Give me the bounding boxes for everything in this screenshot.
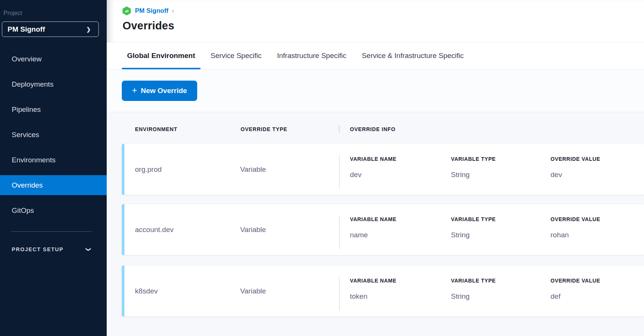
override-value-value: dev (550, 171, 600, 178)
chevron-right-icon: ❯ (86, 26, 91, 33)
project-setup-toggle[interactable]: PROJECT SETUP ❯ (12, 245, 91, 254)
override-value-value: rohan (550, 231, 600, 238)
project-sidebar: Project PM Signoff ❯ Overview Deployment… (0, 0, 107, 336)
row-variable-name-group: VARIABLE NAME dev (350, 156, 396, 178)
sidebar-nav: Overview Deployments Pipelines Services … (0, 49, 107, 226)
row-variable-type-group: VARIABLE TYPE String (451, 156, 496, 178)
tab-service-infrastructure-specific[interactable]: Service & Infrastructure Specific (356, 43, 469, 69)
variable-type-label: VARIABLE TYPE (451, 156, 496, 162)
row-environment: k8sdev (135, 287, 158, 295)
sidebar-item-environments[interactable]: Environments (0, 150, 107, 170)
row-override-value-group: OVERRIDE VALUE dev (550, 156, 600, 178)
sidebar-divider (11, 231, 92, 232)
breadcrumb: ∞ PM Signoff › (123, 6, 644, 15)
variable-type-value: String (451, 231, 496, 238)
variable-type-value: String (451, 171, 496, 178)
main-content: ∞ PM Signoff › Overrides Global Environm… (107, 0, 644, 336)
project-selector-value: PM Signoff (8, 25, 45, 34)
row-variable-name-group: VARIABLE NAME name (350, 217, 396, 238)
row-environment: org.prod (135, 165, 162, 174)
variable-type-label: VARIABLE TYPE (451, 278, 496, 284)
cd-module-icon: ∞ (123, 6, 131, 15)
row-column-divider (339, 215, 340, 249)
row-variable-name-group: VARIABLE NAME token (350, 278, 396, 300)
row-override-type: Variable (240, 226, 266, 234)
new-override-button-label: New Override (141, 87, 187, 95)
breadcrumb-separator-icon: › (172, 7, 174, 15)
row-column-divider (339, 155, 340, 189)
variable-type-value: String (451, 293, 496, 300)
page-title: Overrides (123, 20, 644, 32)
row-accent-bar (122, 266, 124, 316)
new-override-button[interactable]: + New Override (122, 81, 197, 101)
variable-name-label: VARIABLE NAME (350, 156, 396, 162)
override-value-value: def (550, 293, 600, 300)
variable-name-value: name (350, 231, 396, 238)
sidebar-item-overview[interactable]: Overview (0, 49, 107, 69)
project-setup-label: PROJECT SETUP (12, 246, 64, 252)
row-variable-type-group: VARIABLE TYPE String (451, 217, 496, 238)
column-header-override-type: OVERRIDE TYPE (241, 126, 287, 132)
row-accent-bar (122, 204, 124, 255)
sidebar-item-deployments[interactable]: Deployments (0, 74, 107, 94)
toolbar: + New Override (107, 69, 644, 112)
variable-type-label: VARIABLE TYPE (451, 217, 496, 222)
page-header: ∞ PM Signoff › Overrides (107, 0, 644, 42)
row-column-divider (339, 277, 340, 310)
override-tabs: Global Environment Service Specific Infr… (107, 42, 644, 69)
sidebar-item-gitops[interactable]: GitOps (0, 200, 107, 220)
sidebar-item-services[interactable]: Services (0, 125, 107, 145)
row-override-type: Variable (240, 165, 266, 174)
override-value-label: OVERRIDE VALUE (550, 156, 600, 162)
sidebar-item-pipelines[interactable]: Pipelines (0, 99, 107, 119)
column-header-override-info: OVERRIDE INFO (350, 126, 396, 132)
project-scope-label: Project (3, 10, 22, 17)
variable-name-value: token (350, 293, 396, 300)
app-root: Project PM Signoff ❯ Overview Deployment… (0, 0, 644, 336)
table-row[interactable]: account.dev Variable VARIABLE NAME name … (122, 204, 644, 255)
project-selector[interactable]: PM Signoff ❯ (2, 21, 99, 37)
tab-service-specific[interactable]: Service Specific (205, 43, 267, 69)
variable-name-value: dev (350, 171, 396, 178)
breadcrumb-project-link[interactable]: PM Signoff (135, 7, 169, 15)
row-accent-bar (122, 144, 124, 195)
plus-icon: + (132, 86, 137, 95)
row-override-value-group: OVERRIDE VALUE rohan (550, 217, 600, 238)
sidebar-item-overrides[interactable]: Overrides (0, 175, 107, 195)
tab-global-environment[interactable]: Global Environment (122, 43, 201, 69)
variable-name-label: VARIABLE NAME (350, 278, 396, 284)
row-override-type: Variable (240, 287, 266, 295)
column-header-environment: ENVIRONMENT (135, 126, 177, 132)
row-variable-type-group: VARIABLE TYPE String (451, 278, 496, 300)
chevron-down-icon: ❯ (86, 247, 92, 252)
overrides-table: ENVIRONMENT OVERRIDE TYPE OVERRIDE INFO … (107, 112, 644, 336)
override-value-label: OVERRIDE VALUE (550, 217, 600, 222)
table-row[interactable]: org.prod Variable VARIABLE NAME dev VARI… (122, 144, 644, 195)
variable-name-label: VARIABLE NAME (350, 217, 396, 222)
override-value-label: OVERRIDE VALUE (550, 278, 600, 284)
tab-infrastructure-specific[interactable]: Infrastructure Specific (272, 43, 352, 69)
header-column-divider (339, 125, 340, 133)
table-row[interactable]: k8sdev Variable VARIABLE NAME token VARI… (122, 266, 644, 316)
row-environment: account.dev (135, 226, 173, 234)
row-override-value-group: OVERRIDE VALUE def (550, 278, 600, 300)
